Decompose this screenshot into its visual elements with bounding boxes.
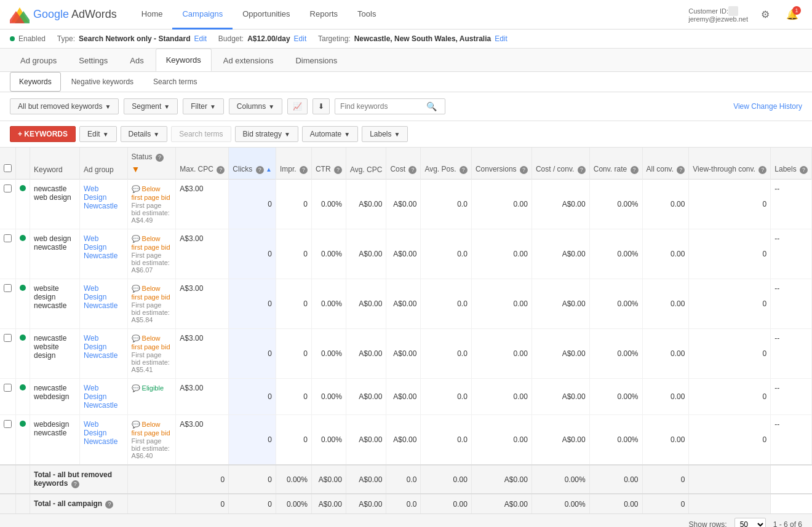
chevron-down-icon: ▼ (394, 131, 400, 138)
adgroup-cell: Web Design Newcastle (79, 279, 127, 329)
details-btn[interactable]: Details ▼ (121, 126, 168, 142)
ad-group-link[interactable]: Web Design Newcastle (84, 334, 117, 360)
viewthrough-cell: 0 (689, 329, 771, 379)
total-campaign-help-icon[interactable]: ? (105, 501, 113, 509)
status-cell-text: 💬Below first page bid First page bid est… (127, 415, 176, 466)
bid-strategy-btn[interactable]: Bid strategy ▼ (235, 126, 298, 142)
campaign-type-edit[interactable]: Edit (194, 34, 207, 43)
settings-icon-btn[interactable]: ⚙ (755, 5, 775, 25)
keyword-status-dot (20, 235, 26, 241)
table-row: newcastle website design Web Design Newc… (0, 329, 812, 379)
edit-btn[interactable]: Edit ▼ (79, 126, 117, 142)
header-conversions: Conversions ? (471, 148, 531, 180)
maxcpc-help-icon[interactable]: ? (217, 166, 225, 174)
nav-campaigns[interactable]: Campaigns (172, 0, 233, 30)
campaign-budget-edit[interactable]: Edit (294, 34, 307, 43)
total-removed-help-icon[interactable]: ? (71, 480, 79, 488)
ctr-help-icon[interactable]: ? (334, 166, 342, 174)
search-terms-btn[interactable]: Search terms (171, 126, 231, 142)
download-icon-btn[interactable]: ⬇ (312, 98, 330, 114)
automate-btn[interactable]: Automate ▼ (302, 126, 358, 142)
ctr-cell: 0.00% (311, 180, 346, 229)
search-icon-btn[interactable]: 🔍 (426, 101, 437, 111)
costconv-help-icon[interactable]: ? (578, 166, 586, 174)
campaign-type-value: Search Network only - Standard (79, 34, 190, 43)
convrate-help-icon[interactable]: ? (631, 166, 639, 174)
header-convrate: Conv. rate ? (589, 148, 642, 180)
allconv-cell: 0.00 (642, 229, 689, 279)
chevron-down-icon: ▼ (103, 131, 109, 138)
row-checkbox[interactable] (4, 234, 12, 242)
ad-group-link[interactable]: Web Design Newcastle (84, 420, 117, 446)
tab-ad-groups[interactable]: Ad groups (10, 49, 67, 71)
header-status: Status ? ▼ (127, 148, 176, 180)
conversions-help-icon[interactable]: ? (520, 166, 528, 174)
view-change-history-link[interactable]: View Change History (733, 102, 802, 111)
table-body: newcastle web design Web Design Newcastl… (0, 180, 812, 466)
campaign-targeting-value: Newcastle, New South Wales, Australia (354, 34, 492, 43)
filter-btn[interactable]: Filter ▼ (183, 98, 224, 114)
impr-help-icon[interactable]: ? (300, 166, 308, 174)
sub-tab-negative-keywords[interactable]: Negative keywords (62, 72, 143, 92)
row-checkbox[interactable] (4, 420, 12, 428)
select-all-checkbox[interactable] (4, 164, 12, 172)
row-checkbox[interactable] (4, 284, 12, 292)
campaign-targeting-edit[interactable]: Edit (495, 34, 507, 43)
labels-btn[interactable]: Labels ▼ (362, 126, 408, 142)
ad-group-link[interactable]: Web Design Newcastle (84, 384, 117, 410)
row-checkbox[interactable] (4, 334, 12, 342)
keyword-cell: webdesign newcastle (30, 415, 80, 466)
maxcpc-cell: A$3.00 (176, 415, 229, 466)
ad-group-link[interactable]: Web Design Newcastle (84, 284, 117, 310)
total-campaign-avgpos: 0.0 (386, 494, 421, 513)
nav-home[interactable]: Home (132, 0, 173, 30)
cost-cell: A$0.00 (386, 379, 421, 415)
labels-help-icon[interactable]: ? (800, 166, 808, 174)
avgpos-cell: 0.0 (421, 180, 471, 229)
header-cost: Cost ? (386, 148, 421, 180)
labels-cell: -- (771, 229, 812, 279)
status-help-icon[interactable]: ? (156, 154, 164, 162)
rows-per-page-select[interactable]: 50 100 250 500 (734, 518, 766, 527)
nav-tools[interactable]: Tools (348, 0, 386, 30)
table-row: web design newcastle Web Design Newcastl… (0, 229, 812, 279)
clicks-cell: 0 (229, 379, 276, 415)
tab-dimensions[interactable]: Dimensions (285, 49, 348, 71)
header-labels: Labels ? (771, 148, 812, 180)
row-checkbox[interactable] (4, 184, 12, 192)
clicks-cell: 0 (229, 279, 276, 329)
nav-opportunities[interactable]: Opportunities (233, 0, 300, 30)
ad-group-link[interactable]: Web Design Newcastle (84, 234, 117, 260)
notification-badge: 1 (792, 6, 801, 15)
add-keywords-btn[interactable]: + KEYWORDS (10, 126, 76, 142)
table-row: newcastle web design Web Design Newcastl… (0, 180, 812, 229)
header-status-dot (16, 148, 30, 180)
notification-icon-btn[interactable]: 🔔 1 (782, 5, 802, 25)
row-checkbox[interactable] (4, 384, 12, 392)
tab-ads[interactable]: Ads (119, 49, 154, 71)
clicks-help-icon[interactable]: ? (256, 166, 264, 174)
tab-settings[interactable]: Settings (68, 49, 118, 71)
allconv-cell: 0.00 (642, 379, 689, 415)
avgpos-help-icon[interactable]: ? (460, 166, 468, 174)
speech-bubble-icon: 💬 (132, 235, 140, 242)
sub-tab-search-terms[interactable]: Search terms (144, 72, 206, 92)
filter-removed-keywords-btn[interactable]: All but removed keywords ▼ (10, 98, 119, 114)
tab-ad-extensions[interactable]: Ad extensions (213, 49, 284, 71)
total-removed-viewthrough: 0 (642, 465, 689, 494)
nav-reports[interactable]: Reports (300, 0, 348, 30)
keywords-table: Keyword Ad group Status ? ▼ Max. CPC ? C… (0, 148, 812, 513)
chart-icon-btn[interactable]: 📈 (287, 98, 308, 114)
cost-help-icon[interactable]: ? (408, 166, 416, 174)
sub-tab-keywords[interactable]: Keywords (10, 72, 61, 92)
tab-keywords[interactable]: Keywords (156, 49, 212, 71)
allconv-help-icon[interactable]: ? (677, 166, 685, 174)
total-removed-avgcpc: A$0.00 (311, 465, 346, 494)
segment-btn[interactable]: Segment ▼ (124, 98, 178, 114)
columns-btn[interactable]: Columns ▼ (229, 98, 282, 114)
search-input[interactable] (340, 102, 426, 111)
total-removed-allconv: 0.00 (589, 465, 642, 494)
viewthrough-help-icon[interactable]: ? (758, 166, 766, 174)
ad-group-link[interactable]: Web Design Newcastle (84, 184, 117, 210)
allconv-cell: 0.00 (642, 415, 689, 466)
